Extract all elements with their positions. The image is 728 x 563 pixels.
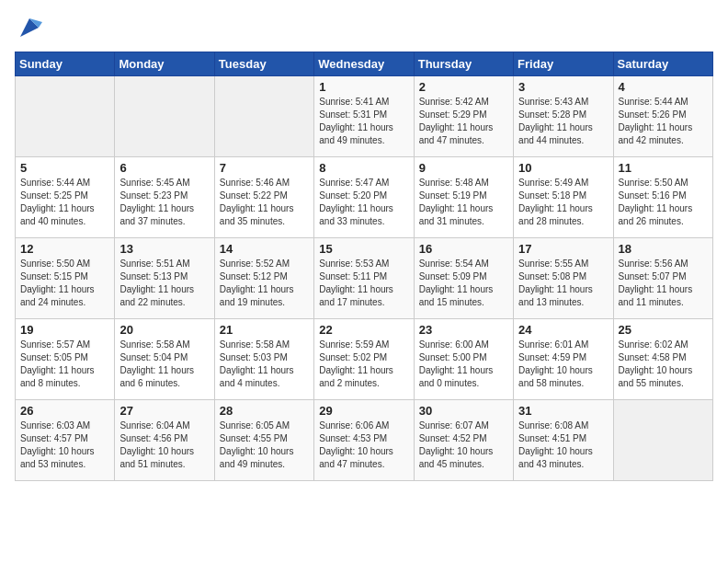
day-number: 19 [20,323,109,337]
day-number: 30 [419,404,508,418]
day-number: 21 [220,323,309,337]
day-info: Sunrise: 5:45 AMSunset: 5:23 PMDaylight:… [119,177,209,228]
day-number: 29 [319,404,408,418]
day-info: Sunrise: 5:57 AMSunset: 5:05 PMDaylight:… [20,339,109,390]
weekday-header-thursday: Thursday [414,52,513,76]
day-info: Sunrise: 5:59 AMSunset: 5:02 PMDaylight:… [319,339,408,390]
calendar-cell: 19Sunrise: 5:57 AMSunset: 5:05 PMDayligh… [16,319,115,400]
day-number: 22 [319,323,408,337]
day-info: Sunrise: 5:47 AMSunset: 5:20 PMDaylight:… [319,177,408,228]
day-info: Sunrise: 5:49 AMSunset: 5:18 PMDaylight:… [518,177,608,228]
day-number: 31 [518,404,608,418]
day-info: Sunrise: 5:48 AMSunset: 5:19 PMDaylight:… [419,177,508,228]
day-number: 23 [419,323,508,337]
calendar-cell: 6Sunrise: 5:45 AMSunset: 5:23 PMDaylight… [115,157,214,238]
weekday-header-friday: Friday [514,52,613,76]
calendar-cell: 13Sunrise: 5:51 AMSunset: 5:13 PMDayligh… [115,238,214,319]
calendar-cell: 5Sunrise: 5:44 AMSunset: 5:25 PMDaylight… [16,157,115,238]
day-info: Sunrise: 5:58 AMSunset: 5:03 PMDaylight:… [220,339,309,390]
weekday-header-sunday: Sunday [16,52,115,76]
day-info: Sunrise: 6:04 AMSunset: 4:56 PMDaylight:… [119,419,209,471]
day-number: 6 [119,161,209,175]
day-number: 3 [518,80,608,94]
calendar-cell: 23Sunrise: 6:00 AMSunset: 5:00 PMDayligh… [414,319,513,400]
calendar-week-1: 1Sunrise: 5:41 AMSunset: 5:31 PMDaylight… [16,76,713,157]
calendar-cell: 12Sunrise: 5:50 AMSunset: 5:15 PMDayligh… [16,238,115,319]
day-number: 13 [119,242,209,256]
calendar-week-4: 19Sunrise: 5:57 AMSunset: 5:05 PMDayligh… [16,319,713,400]
day-info: Sunrise: 5:42 AMSunset: 5:29 PMDaylight:… [419,96,508,147]
calendar-cell: 31Sunrise: 6:08 AMSunset: 4:51 PMDayligh… [514,400,613,481]
calendar-cell: 27Sunrise: 6:04 AMSunset: 4:56 PMDayligh… [115,400,214,481]
calendar-cell [613,400,712,481]
day-number: 8 [319,161,408,175]
logo-icon [17,15,42,40]
page-container: SundayMondayTuesdayWednesdayThursdayFrid… [0,0,728,488]
day-number: 18 [619,242,708,256]
day-info: Sunrise: 6:07 AMSunset: 4:52 PMDaylight:… [419,419,508,471]
calendar-week-2: 5Sunrise: 5:44 AMSunset: 5:25 PMDaylight… [16,157,713,238]
calendar-cell: 9Sunrise: 5:48 AMSunset: 5:19 PMDaylight… [414,157,513,238]
weekday-header-monday: Monday [115,52,214,76]
calendar-cell: 3Sunrise: 5:43 AMSunset: 5:28 PMDaylight… [514,76,613,157]
calendar-week-3: 12Sunrise: 5:50 AMSunset: 5:15 PMDayligh… [16,238,713,319]
day-number: 12 [20,242,109,256]
day-info: Sunrise: 5:53 AMSunset: 5:11 PMDaylight:… [319,258,408,309]
calendar-cell: 15Sunrise: 5:53 AMSunset: 5:11 PMDayligh… [314,238,414,319]
day-number: 9 [419,161,508,175]
weekday-header-wednesday: Wednesday [314,52,414,76]
calendar-cell: 28Sunrise: 6:05 AMSunset: 4:55 PMDayligh… [214,400,313,481]
calendar-cell: 8Sunrise: 5:47 AMSunset: 5:20 PMDaylight… [314,157,414,238]
day-info: Sunrise: 5:44 AMSunset: 5:25 PMDaylight:… [20,177,109,228]
calendar-cell [16,76,115,157]
day-number: 14 [220,242,309,256]
calendar-cell [214,76,313,157]
day-info: Sunrise: 6:06 AMSunset: 4:53 PMDaylight:… [319,419,408,471]
calendar-cell: 17Sunrise: 5:55 AMSunset: 5:08 PMDayligh… [514,238,613,319]
day-number: 16 [419,242,508,256]
day-info: Sunrise: 5:43 AMSunset: 5:28 PMDaylight:… [518,96,608,147]
day-number: 2 [419,80,508,94]
header [15,15,713,40]
calendar-cell: 25Sunrise: 6:02 AMSunset: 4:58 PMDayligh… [613,319,712,400]
day-number: 25 [619,323,708,337]
calendar-week-5: 26Sunrise: 6:03 AMSunset: 4:57 PMDayligh… [16,400,713,481]
calendar-cell: 16Sunrise: 5:54 AMSunset: 5:09 PMDayligh… [414,238,513,319]
weekday-header-saturday: Saturday [613,52,712,76]
day-info: Sunrise: 5:51 AMSunset: 5:13 PMDaylight:… [119,258,209,309]
calendar-cell: 18Sunrise: 5:56 AMSunset: 5:07 PMDayligh… [613,238,712,319]
day-info: Sunrise: 5:54 AMSunset: 5:09 PMDaylight:… [419,258,508,309]
day-number: 7 [220,161,309,175]
calendar-cell: 24Sunrise: 6:01 AMSunset: 4:59 PMDayligh… [514,319,613,400]
weekday-header-tuesday: Tuesday [214,52,313,76]
day-number: 28 [220,404,309,418]
calendar-cell: 10Sunrise: 5:49 AMSunset: 5:18 PMDayligh… [514,157,613,238]
calendar-cell: 1Sunrise: 5:41 AMSunset: 5:31 PMDaylight… [314,76,414,157]
day-info: Sunrise: 6:01 AMSunset: 4:59 PMDaylight:… [518,339,608,390]
day-info: Sunrise: 6:05 AMSunset: 4:55 PMDaylight:… [220,419,309,471]
day-info: Sunrise: 5:44 AMSunset: 5:26 PMDaylight:… [619,96,708,147]
calendar-cell: 20Sunrise: 5:58 AMSunset: 5:04 PMDayligh… [115,319,214,400]
calendar-cell: 26Sunrise: 6:03 AMSunset: 4:57 PMDayligh… [16,400,115,481]
calendar-cell: 22Sunrise: 5:59 AMSunset: 5:02 PMDayligh… [314,319,414,400]
day-number: 5 [20,161,109,175]
day-info: Sunrise: 5:50 AMSunset: 5:15 PMDaylight:… [20,258,109,309]
calendar-cell: 29Sunrise: 6:06 AMSunset: 4:53 PMDayligh… [314,400,414,481]
day-number: 17 [518,242,608,256]
calendar-table: SundayMondayTuesdayWednesdayThursdayFrid… [15,52,713,481]
weekday-header-row: SundayMondayTuesdayWednesdayThursdayFrid… [16,52,713,76]
day-info: Sunrise: 6:08 AMSunset: 4:51 PMDaylight:… [518,419,608,471]
day-info: Sunrise: 5:41 AMSunset: 5:31 PMDaylight:… [319,96,408,147]
calendar-cell: 7Sunrise: 5:46 AMSunset: 5:22 PMDaylight… [214,157,313,238]
day-number: 11 [619,161,708,175]
calendar-cell [115,76,214,157]
day-info: Sunrise: 6:00 AMSunset: 5:00 PMDaylight:… [419,339,508,390]
day-info: Sunrise: 5:58 AMSunset: 5:04 PMDaylight:… [119,339,209,390]
day-number: 20 [119,323,209,337]
day-info: Sunrise: 6:02 AMSunset: 4:58 PMDaylight:… [619,339,708,390]
day-info: Sunrise: 5:56 AMSunset: 5:07 PMDaylight:… [619,258,708,309]
day-number: 15 [319,242,408,256]
day-number: 1 [319,80,408,94]
day-info: Sunrise: 5:50 AMSunset: 5:16 PMDaylight:… [619,177,708,228]
day-info: Sunrise: 5:52 AMSunset: 5:12 PMDaylight:… [220,258,309,309]
